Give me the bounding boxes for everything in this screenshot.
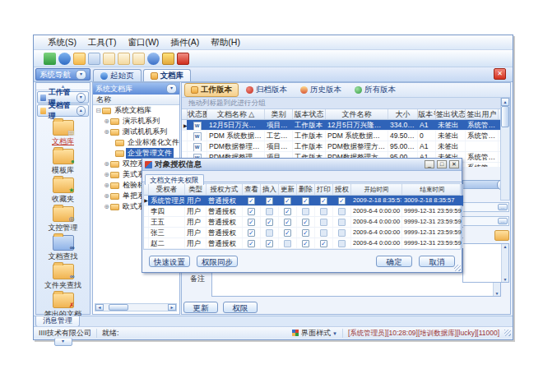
checkbox[interactable] (302, 229, 309, 237)
cancel-button[interactable]: 取消 (419, 256, 455, 267)
toolbar-icon[interactable] (44, 53, 56, 65)
column-header[interactable]: 状态图 (188, 109, 207, 119)
menu-item[interactable]: 工具(T) (82, 36, 122, 49)
tree-item[interactable]: ⊕ 测试机机系列 (93, 127, 179, 137)
column-header[interactable]: 签出状态 (436, 109, 466, 119)
toolbar-icon[interactable] (88, 53, 100, 65)
toolbar-icon[interactable] (162, 53, 174, 65)
table-row[interactable]: W 12月5日万兴隆同行... 项目文档 工作版本 12月5日万兴隆同行... … (182, 120, 508, 131)
checkbox[interactable] (302, 197, 309, 205)
checkbox[interactable] (302, 219, 309, 226)
sidebar-shortcut[interactable]: 模板库 (36, 149, 90, 176)
nav-collapse-button[interactable]: ▾ (76, 70, 86, 80)
tree-item[interactable]: ⊟ 系统文档库 (93, 105, 179, 116)
scrollbar-thumb[interactable] (501, 106, 509, 127)
version-tab[interactable]: 历史版本 (295, 84, 347, 96)
ui-style-selector[interactable]: 界面样式▼ (287, 329, 342, 338)
column-header[interactable]: 版本号 (418, 109, 436, 119)
permission-button[interactable]: 权限 (223, 302, 258, 313)
checkbox[interactable] (266, 229, 273, 237)
ellipsis-button[interactable]: … (498, 204, 508, 210)
toolbar-icon[interactable] (103, 53, 115, 65)
checkbox[interactable] (284, 197, 291, 205)
checkbox[interactable] (338, 240, 346, 247)
table-row[interactable]: W PDM 系统数据整理检... 工艺文档 工作版本 PDM 系统数据整理...… (182, 131, 508, 141)
version-tab[interactable]: 所有版本 (349, 84, 401, 96)
checkbox[interactable] (338, 197, 346, 205)
column-header[interactable]: 更新 (279, 184, 297, 195)
column-header[interactable]: 打印 (315, 184, 333, 195)
menu-item[interactable]: 帮助(H) (205, 36, 246, 49)
version-tab[interactable]: 工作版本 (184, 83, 239, 97)
chevron-down-icon[interactable]: ▾ (77, 93, 86, 103)
checkbox[interactable] (302, 240, 309, 247)
toolbar-icon[interactable] (73, 53, 86, 65)
minimize-icon[interactable]: _ (425, 160, 434, 168)
column-header[interactable]: 受权者 (149, 184, 185, 195)
sidebar-shortcut[interactable]: 文档查找 (36, 235, 90, 262)
dialog-title-bar[interactable]: 对象授权信息 _ □ ✕ (142, 159, 462, 171)
properties-field[interactable]: … (462, 202, 509, 212)
resize-grip[interactable] (454, 265, 461, 271)
toolbar-icon[interactable] (132, 53, 145, 65)
checkbox[interactable] (284, 219, 291, 226)
tree-horizontal-scrollbar[interactable]: ◄ ► (95, 303, 177, 311)
column-header[interactable]: 授权方式 (207, 184, 243, 195)
expand-icon[interactable]: ⊕ (103, 171, 110, 178)
permission-sync-button[interactable]: 权限同步 (197, 256, 238, 267)
permission-row[interactable]: 王五 用户 普通授权 2009-6-4 0:00:00 9999-12-31 2… (144, 217, 460, 228)
toolbar-icon[interactable] (147, 53, 160, 65)
menu-item[interactable]: 系统(S) (42, 36, 82, 49)
expand-icon[interactable]: ⊕ (103, 182, 110, 189)
ok-button[interactable]: 确定 (376, 256, 412, 267)
scroll-right-icon[interactable]: ► (168, 304, 176, 311)
sidebar-group-documents[interactable]: 文档管理 ▴ (37, 104, 89, 117)
column-header[interactable]: 版本状态 (293, 109, 326, 119)
checkbox[interactable] (338, 208, 346, 215)
maximize-icon[interactable]: □ (437, 160, 447, 168)
column-header[interactable]: 授权 (333, 184, 351, 195)
checkbox[interactable] (266, 219, 273, 226)
checkbox[interactable] (248, 229, 255, 237)
column-header-sorted[interactable]: 文档名称 △ (207, 109, 265, 119)
scrollbar-thumb[interactable] (109, 304, 128, 311)
tree-item[interactable]: ⊕ 演示机系列 (93, 116, 179, 127)
column-header[interactable]: 删除 (297, 184, 315, 195)
sidebar-more-button[interactable]: ▾ (54, 338, 72, 346)
expand-icon[interactable]: ⊕ (103, 192, 110, 200)
checkbox[interactable] (284, 240, 291, 247)
resize-grip[interactable] (504, 330, 511, 336)
checkbox[interactable] (320, 208, 327, 215)
document-tab[interactable]: 文档库 (143, 69, 192, 81)
properties-field[interactable]: … (462, 216, 509, 226)
checkbox[interactable] (338, 219, 346, 226)
sidebar-shortcut[interactable]: 文档库 (36, 120, 90, 147)
checkbox[interactable] (266, 197, 273, 205)
table-row[interactable]: W PDM数据整理方案.doc 项目文档 工作版本 PDM数据整理方案.doc … (182, 141, 508, 152)
checkbox[interactable] (248, 219, 255, 226)
properties-scrollbar[interactable]: ▲▼ (501, 244, 508, 282)
checkbox[interactable] (284, 208, 291, 215)
toolbar-icon[interactable] (58, 53, 71, 65)
checkbox[interactable] (302, 208, 309, 215)
checkbox[interactable] (320, 240, 327, 247)
pin-icon[interactable]: ▾ (166, 84, 177, 94)
tree-column-header[interactable]: 名称 (93, 95, 179, 105)
column-header[interactable]: 大小 (388, 109, 418, 119)
sidebar-shortcut[interactable]: 文控管理 (36, 206, 90, 233)
toolbar-icon[interactable] (177, 53, 189, 65)
remark-textarea[interactable]: ▲▼ (211, 270, 501, 297)
expand-icon[interactable]: ⊕ (103, 128, 110, 136)
version-tab[interactable]: 归档版本 (240, 84, 293, 96)
close-icon[interactable]: ✕ (449, 160, 459, 168)
permission-row[interactable]: 张三 用户 普通授权 2009-6-4 0:00:00 9999-12-31 2… (144, 228, 460, 238)
close-tab-icon[interactable]: ✕ (494, 68, 506, 80)
expand-icon[interactable]: ⊟ (95, 107, 102, 114)
checkbox[interactable] (266, 240, 273, 247)
menu-item[interactable]: 插件(A) (165, 36, 205, 49)
checkbox[interactable] (266, 208, 273, 215)
checkbox[interactable] (320, 197, 327, 205)
sidebar-shortcut[interactable]: 文件夹查找 (36, 264, 90, 291)
column-header[interactable]: 开始时间 (351, 184, 402, 195)
column-header[interactable]: 查看 (243, 184, 261, 195)
